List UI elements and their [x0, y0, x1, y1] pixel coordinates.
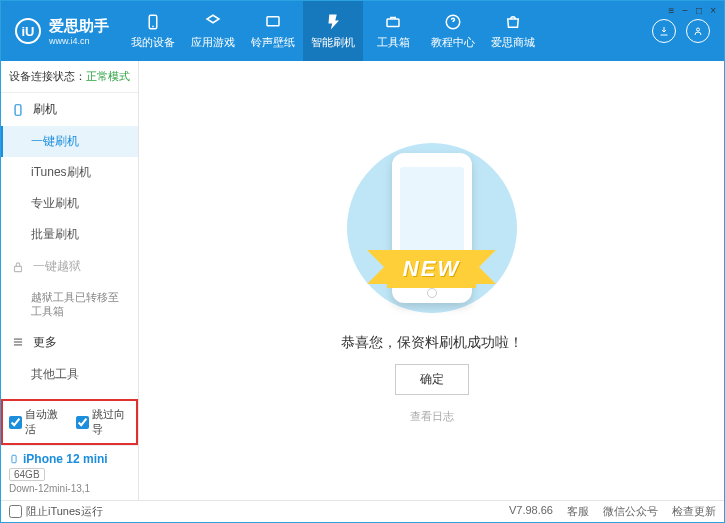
connection-status: 设备连接状态：正常模式 — [1, 61, 138, 93]
sidebar-group-jailbreak: 一键越狱 越狱工具已转移至 工具箱 — [1, 250, 138, 326]
help-icon — [444, 13, 462, 31]
sidebar-header-flash[interactable]: 刷机 — [1, 93, 138, 126]
store-icon — [504, 13, 522, 31]
wechat-link[interactable]: 微信公众号 — [603, 504, 658, 519]
status-label: 设备连接状态： — [9, 70, 86, 82]
logo: iU 爱思助手 www.i4.cn — [1, 17, 123, 46]
logo-title: 爱思助手 — [49, 17, 109, 36]
nav-label: 智能刷机 — [311, 35, 355, 50]
maximize-icon[interactable]: □ — [696, 5, 702, 16]
svg-rect-7 — [15, 266, 22, 271]
nav-store[interactable]: 爱思商城 — [483, 1, 543, 61]
nav-toolbox[interactable]: 工具箱 — [363, 1, 423, 61]
highlight-box: 自动激活 跳过向导 — [1, 399, 138, 445]
lock-icon — [11, 260, 25, 274]
main-content: NEW 恭喜您，保资料刷机成功啦！ 确定 查看日志 — [139, 61, 724, 500]
phone-icon — [9, 452, 19, 466]
logo-icon: iU — [15, 18, 41, 44]
sidebar-item-other[interactable]: 其他工具 — [1, 359, 138, 390]
sidebar-group-more: 更多 其他工具 下载固件 高级功能 — [1, 326, 138, 399]
nav-label: 教程中心 — [431, 35, 475, 50]
success-illustration: NEW — [342, 138, 522, 318]
footer: 阻止iTunes运行 V7.98.66 客服 微信公众号 检查更新 — [1, 500, 724, 522]
sidebar-group-flash: 刷机 一键刷机 iTunes刷机 专业刷机 批量刷机 — [1, 93, 138, 250]
nav-label: 工具箱 — [377, 35, 410, 50]
toolbox-icon — [384, 13, 402, 31]
checkbox-input[interactable] — [9, 416, 22, 429]
support-link[interactable]: 客服 — [567, 504, 589, 519]
device-name: iPhone 12 mini — [9, 452, 130, 466]
minimize-icon[interactable]: − — [682, 5, 688, 16]
sidebar-item-oneclick[interactable]: 一键刷机 — [1, 126, 138, 157]
sidebar: 设备连接状态：正常模式 刷机 一键刷机 iTunes刷机 专业刷机 批量刷机 — [1, 61, 139, 500]
nav-label: 我的设备 — [131, 35, 175, 50]
nav-label: 爱思商城 — [491, 35, 535, 50]
checkbox-label: 自动激活 — [25, 407, 64, 437]
svg-rect-2 — [267, 16, 279, 25]
top-nav: 我的设备 应用游戏 铃声壁纸 智能刷机 工具箱 教程中心 — [123, 1, 652, 61]
svg-rect-3 — [387, 19, 399, 27]
sidebar-header-label: 刷机 — [33, 101, 57, 118]
svg-rect-6 — [15, 104, 21, 115]
svg-point-5 — [697, 28, 700, 31]
sidebar-item-firmware[interactable]: 下载固件 — [1, 390, 138, 399]
phone-icon — [144, 13, 162, 31]
sidebar-item-itunes[interactable]: iTunes刷机 — [1, 157, 138, 188]
device-sub: Down-12mini-13,1 — [9, 483, 130, 494]
ok-button[interactable]: 确定 — [395, 364, 469, 395]
nav-apps[interactable]: 应用游戏 — [183, 1, 243, 61]
sidebar-item-batch[interactable]: 批量刷机 — [1, 219, 138, 250]
sidebar-item-pro[interactable]: 专业刷机 — [1, 188, 138, 219]
svg-rect-11 — [12, 455, 16, 463]
checkbox-block-itunes[interactable]: 阻止iTunes运行 — [9, 504, 103, 519]
sidebar-jailbreak-note: 越狱工具已转移至 工具箱 — [1, 283, 138, 326]
success-message: 恭喜您，保资料刷机成功啦！ — [341, 334, 523, 352]
header: iU 爱思助手 www.i4.cn 我的设备 应用游戏 铃声壁纸 智能刷机 — [1, 1, 724, 61]
checkbox-input[interactable] — [76, 416, 89, 429]
sidebar-header-label: 一键越狱 — [33, 258, 81, 275]
status-value: 正常模式 — [86, 70, 130, 82]
banner-text: NEW — [387, 250, 476, 288]
download-button[interactable] — [652, 19, 676, 43]
device-storage: 64GB — [9, 468, 45, 481]
nav-label: 应用游戏 — [191, 35, 235, 50]
list-icon — [11, 335, 25, 349]
device-name-label: iPhone 12 mini — [23, 452, 108, 466]
sidebar-header-more[interactable]: 更多 — [1, 326, 138, 359]
version-label: V7.98.66 — [509, 504, 553, 519]
check-update-link[interactable]: 检查更新 — [672, 504, 716, 519]
nav-smart-flash[interactable]: 智能刷机 — [303, 1, 363, 61]
nav-tutorial[interactable]: 教程中心 — [423, 1, 483, 61]
device-info[interactable]: iPhone 12 mini 64GB Down-12mini-13,1 — [1, 445, 138, 500]
close-icon[interactable]: × — [710, 5, 716, 16]
nav-my-device[interactable]: 我的设备 — [123, 1, 183, 61]
sidebar-header-jailbreak[interactable]: 一键越狱 — [1, 250, 138, 283]
view-log-link[interactable]: 查看日志 — [410, 409, 454, 424]
user-button[interactable] — [686, 19, 710, 43]
settings-icon[interactable]: ≡ — [668, 5, 674, 16]
checkbox-auto-activate[interactable]: 自动激活 — [9, 407, 64, 437]
flash-icon — [324, 13, 342, 31]
phone-icon — [11, 103, 25, 117]
checkbox-skip-guide[interactable]: 跳过向导 — [76, 407, 131, 437]
checkbox-input[interactable] — [9, 505, 22, 518]
nav-label: 铃声壁纸 — [251, 35, 295, 50]
apps-icon — [204, 13, 222, 31]
nav-ringtone[interactable]: 铃声壁纸 — [243, 1, 303, 61]
checkbox-label: 跳过向导 — [92, 407, 131, 437]
new-banner: NEW — [387, 250, 476, 288]
logo-subtitle: www.i4.cn — [49, 36, 109, 46]
sidebar-header-label: 更多 — [33, 334, 57, 351]
checkbox-label: 阻止iTunes运行 — [26, 504, 103, 519]
wallpaper-icon — [264, 13, 282, 31]
